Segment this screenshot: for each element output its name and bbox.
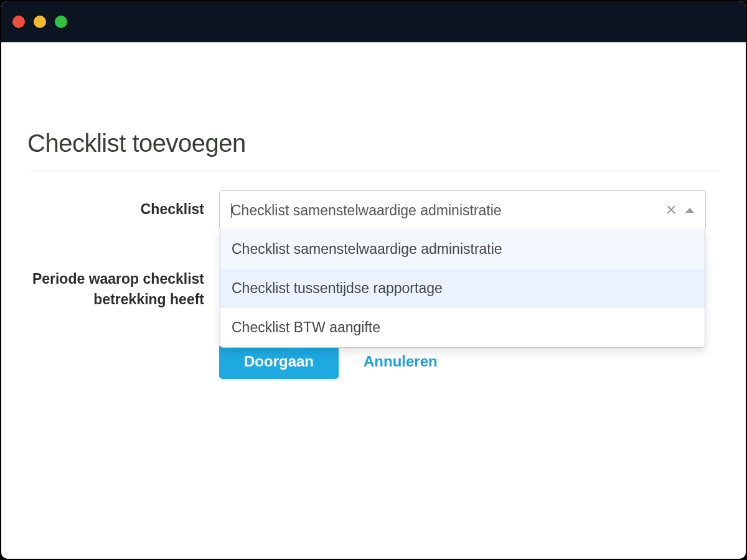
checklist-select-wrap: Checklist samenstelwaardige administrati… <box>219 190 720 230</box>
titlebar <box>1 1 746 42</box>
clear-icon[interactable]: ✕ <box>665 203 677 217</box>
checklist-select-display[interactable]: Checklist samenstelwaardige administrati… <box>220 191 705 230</box>
checklist-select[interactable]: Checklist samenstelwaardige administrati… <box>219 190 706 230</box>
dropdown-option[interactable]: Checklist tussentijdse rapportage <box>220 269 705 308</box>
chevron-up-icon[interactable] <box>685 208 694 213</box>
dropdown-option[interactable]: Checklist BTW aangifte <box>220 308 705 347</box>
continue-button[interactable]: Doorgaan <box>219 344 339 379</box>
button-row: Doorgaan Annuleren <box>219 344 720 379</box>
content-area: Checklist toevoegen Checklist Checklist … <box>1 42 746 559</box>
form-row-checklist: Checklist Checklist samenstelwaardige ad… <box>27 190 720 230</box>
page-title: Checklist toevoegen <box>27 129 720 157</box>
divider <box>27 170 720 170</box>
checklist-label: Checklist <box>27 190 219 220</box>
cancel-button[interactable]: Annuleren <box>364 353 438 370</box>
checklist-select-controls: ✕ <box>665 203 694 217</box>
checklist-select-value-text: Checklist samenstelwaardige administrati… <box>231 202 502 218</box>
maximize-window-icon[interactable] <box>55 16 67 28</box>
period-label: Periode waarop checklist betrekking heef… <box>27 260 219 310</box>
minimize-window-icon[interactable] <box>34 16 46 28</box>
checklist-select-value: Checklist samenstelwaardige administrati… <box>231 202 665 219</box>
checklist-dropdown: Checklist samenstelwaardige administrati… <box>220 230 705 348</box>
text-cursor-icon <box>231 203 232 218</box>
dropdown-option[interactable]: Checklist samenstelwaardige administrati… <box>220 230 705 269</box>
close-window-icon[interactable] <box>12 16 25 28</box>
app-window: Checklist toevoegen Checklist Checklist … <box>0 0 747 560</box>
